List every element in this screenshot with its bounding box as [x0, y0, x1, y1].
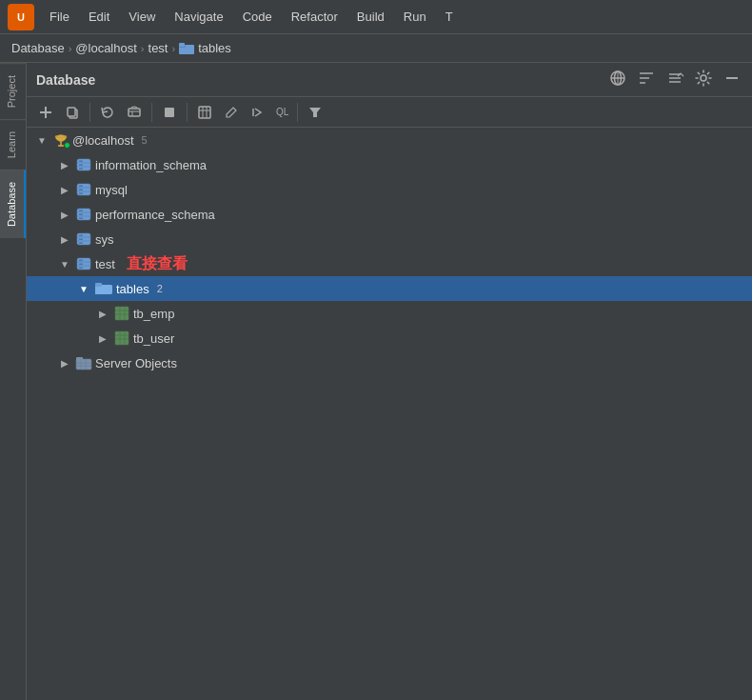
svg-rect-41 [79, 190, 83, 191]
tables-badge: 2 [157, 283, 163, 294]
server-objects-icon [76, 356, 91, 370]
tree-item-mysql[interactable]: mysql [27, 177, 752, 202]
schema-button[interactable] [123, 101, 146, 124]
expander-server-objects[interactable] [57, 355, 72, 370]
copy-icon [66, 106, 79, 119]
menu-navigate[interactable]: Navigate [167, 6, 230, 28]
svg-rect-42 [79, 193, 83, 195]
svg-rect-40 [79, 186, 83, 188]
information-schema-label: information_schema [95, 158, 207, 172]
performance-schema-label: performance_schema [95, 208, 215, 222]
toolbar-sep-2 [151, 103, 152, 122]
expander-localhost[interactable] [34, 132, 49, 148]
expander-test[interactable] [57, 256, 72, 271]
panel-actions [607, 68, 742, 92]
tree-item-tables[interactable]: tables 2 [27, 276, 752, 301]
menu-items: File Edit View Navigate Code Refactor Bu… [42, 6, 461, 28]
tree-item-sys[interactable]: sys [27, 227, 752, 251]
tree-item-localhost[interactable]: @localhost 5 [27, 128, 752, 152]
jump-button[interactable] [247, 101, 269, 124]
svg-rect-36 [79, 169, 83, 170]
breadcrumb-test[interactable]: test [148, 41, 168, 55]
gear-icon [695, 70, 712, 87]
menu-edit[interactable]: Edit [81, 6, 117, 28]
toolbar: QL [27, 97, 752, 128]
table-icon-tb-user [114, 330, 129, 346]
add-button[interactable] [34, 101, 57, 124]
menu-code[interactable]: Code [235, 6, 280, 28]
db-icon-performance [76, 207, 91, 222]
tables-label: tables [116, 282, 149, 296]
menu-build[interactable]: Build [349, 6, 392, 28]
expander-sys[interactable] [57, 231, 72, 247]
test-label: test [95, 257, 115, 271]
tree-area[interactable]: @localhost 5 information_schema [27, 128, 752, 700]
menu-tools[interactable]: T [438, 6, 461, 28]
table-view-button[interactable] [193, 101, 216, 124]
expander-tb-emp[interactable] [95, 306, 110, 321]
svg-rect-59 [79, 264, 83, 266]
breadcrumb-sep-2: › [141, 43, 145, 54]
tree-item-tb-user[interactable]: tb_user [27, 326, 752, 350]
globe-button[interactable] [607, 68, 628, 92]
expander-tb-user[interactable] [95, 330, 110, 346]
schema-icon [128, 106, 141, 119]
toolbar-sep-3 [187, 103, 188, 122]
breadcrumb-tables[interactable]: tables [198, 41, 231, 55]
table-view-icon [198, 106, 211, 119]
svg-rect-68 [115, 331, 129, 345]
tree-item-test[interactable]: test 直接查看 [27, 251, 752, 276]
panel-header: Database [27, 63, 752, 97]
tree-item-information-schema[interactable]: information_schema [27, 152, 752, 177]
db-icon-mysql [76, 182, 91, 197]
expander-mysql[interactable] [57, 182, 72, 197]
tab-project[interactable]: Project [0, 63, 26, 119]
svg-rect-46 [79, 210, 83, 212]
sort-button[interactable] [636, 68, 657, 92]
menu-view[interactable]: View [121, 6, 163, 28]
svg-rect-74 [76, 357, 83, 361]
svg-rect-58 [79, 260, 83, 262]
breadcrumb: Database › @localhost › test › tables [0, 34, 752, 63]
tab-learn[interactable]: Learn [0, 119, 26, 170]
jump-icon [251, 106, 265, 119]
svg-rect-35 [79, 165, 83, 167]
svg-rect-2 [179, 43, 185, 47]
svg-rect-19 [129, 109, 140, 116]
svg-rect-63 [115, 307, 129, 320]
filter-button[interactable] [304, 101, 327, 124]
localhost-badge: 5 [142, 134, 148, 146]
breadcrumb-folder-icon [179, 42, 194, 54]
tree-item-tb-emp[interactable]: tb_emp [27, 301, 752, 326]
breadcrumb-localhost[interactable]: @localhost [75, 41, 137, 55]
localhost-label: @localhost [72, 133, 134, 148]
copy-button[interactable] [61, 101, 84, 124]
tb-emp-label: tb_emp [133, 307, 174, 321]
db-icon-test [76, 256, 91, 271]
svg-rect-18 [68, 108, 75, 116]
menu-refactor[interactable]: Refactor [284, 6, 346, 28]
tree-item-server-objects[interactable]: Server Objects [27, 350, 752, 375]
collapse-button[interactable] [664, 68, 685, 92]
expander-performance-schema[interactable] [57, 207, 72, 222]
refresh-icon [101, 106, 114, 119]
filter-icon [308, 106, 322, 119]
minimize-button[interactable] [722, 68, 742, 92]
expander-information-schema[interactable] [57, 157, 72, 172]
stop-button[interactable] [158, 101, 181, 124]
database-panel: Database [27, 63, 752, 700]
breadcrumb-sep-1: › [69, 43, 72, 54]
menu-bar: U File Edit View Navigate Code Refactor … [0, 0, 752, 34]
breadcrumb-database[interactable]: Database [11, 41, 65, 55]
settings-button[interactable] [693, 68, 714, 92]
edit-button[interactable] [220, 101, 243, 124]
tab-database[interactable]: Database [0, 170, 26, 238]
menu-run[interactable]: Run [396, 6, 434, 28]
ql-button[interactable]: QL [273, 101, 291, 124]
expander-tables[interactable] [76, 281, 91, 296]
edit-icon [225, 106, 238, 119]
refresh-button[interactable] [96, 101, 119, 124]
menu-file[interactable]: File [42, 6, 77, 28]
tree-item-performance-schema[interactable]: performance_schema [27, 202, 752, 227]
sidebar-tabs: Project Learn Database [0, 63, 27, 700]
